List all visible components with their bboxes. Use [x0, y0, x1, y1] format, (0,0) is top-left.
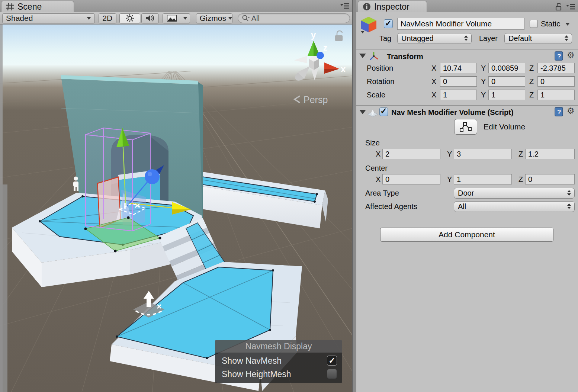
svg-text:?: ?: [557, 53, 561, 60]
layer-value: Default: [508, 34, 532, 42]
tag-value: Untagged: [401, 34, 434, 42]
scene-pane: Scene Shaded 2D: [0, 0, 352, 392]
area-type-dropdown[interactable]: Door: [454, 188, 575, 199]
help-icon[interactable]: ?: [554, 107, 564, 117]
scene-search-input[interactable]: All: [238, 13, 350, 23]
effects-dropdown-arrow[interactable]: [181, 13, 190, 23]
show-navmesh-row: Show NavMesh ✓: [222, 355, 337, 366]
axis-x-label: x: [341, 64, 346, 74]
chevron-down-icon: [228, 17, 232, 20]
sun-icon: [125, 14, 134, 23]
center-row: X 0 Y 1 Z 0: [356, 174, 578, 185]
static-checkbox[interactable]: ✓: [530, 20, 538, 28]
scale-x-field[interactable]: 1: [440, 90, 477, 100]
scene-lighting-button[interactable]: [119, 13, 141, 23]
navmesh-display-title[interactable]: Navmesh Display: [215, 340, 342, 353]
updown-arrows-icon: [464, 35, 468, 41]
rotation-x-field[interactable]: 0: [440, 76, 477, 87]
scene-audio-button[interactable]: [141, 13, 159, 23]
gear-icon[interactable]: ⚙: [567, 107, 575, 115]
rotation-label: Rotation: [367, 76, 395, 87]
scene-search-value: All: [251, 14, 260, 23]
show-heightmesh-label: Show HeightMesh: [222, 369, 291, 379]
tab-inspector-label: Inspector: [374, 2, 410, 12]
center-x-field[interactable]: 0: [382, 174, 440, 184]
modifier-foldout[interactable]: [359, 110, 366, 114]
gameobject-enabled-checkbox[interactable]: ✓: [384, 19, 393, 28]
scene-toolbar: Shaded 2D: [0, 12, 352, 25]
navmesh-display-overlay: Navmesh Display Show NavMesh ✓ Show Heig…: [215, 340, 342, 383]
axis-z-label: z: [323, 43, 327, 52]
show-heightmesh-row: Show HeightMesh ✓: [222, 369, 337, 380]
inspector-tabstrip: Inspector: [356, 0, 578, 12]
scene-effects-button[interactable]: [163, 13, 181, 23]
persp-label[interactable]: Persp: [304, 94, 328, 105]
position-x-field[interactable]: 10.74: [440, 63, 477, 73]
affected-agents-label: Affected Agents: [365, 201, 417, 212]
gizmos-dropdown[interactable]: Gizmos: [196, 13, 232, 23]
modifier-title[interactable]: Nav Mesh Modifier Volume (Script): [391, 108, 514, 117]
show-navmesh-checkbox[interactable]: ✓: [327, 356, 337, 366]
inspector-body: ✓ NavMesh Modifier Volume ✓ Static Tag U…: [356, 12, 578, 392]
gameobject-cube-icon[interactable]: [359, 15, 378, 35]
help-icon[interactable]: ?: [554, 51, 564, 61]
center-y-field[interactable]: 1: [454, 174, 512, 184]
size-label: Size: [365, 138, 380, 148]
tab-inspector[interactable]: Inspector: [358, 1, 427, 12]
center-z-field[interactable]: 0: [525, 174, 575, 184]
speaker-icon: [145, 14, 154, 22]
grid-icon: [6, 3, 14, 11]
show-heightmesh-checkbox[interactable]: ✓: [327, 369, 337, 379]
panel-menu-icon[interactable]: [340, 3, 349, 9]
edit-volume-icon: [459, 122, 472, 132]
gear-icon[interactable]: ⚙: [567, 51, 575, 59]
tab-scene-label: Scene: [17, 2, 42, 12]
rotation-y-field[interactable]: 0: [488, 76, 525, 87]
axis-y-label: y: [311, 30, 316, 40]
lock-icon[interactable]: [555, 3, 562, 11]
transform-rotation-row: Rotation X 0 Y 0 Z 0: [356, 76, 578, 87]
pane-divider[interactable]: [352, 0, 356, 392]
center-label: Center: [365, 163, 388, 173]
static-dropdown-arrow[interactable]: [565, 23, 570, 26]
layer-dropdown[interactable]: Default: [504, 33, 572, 44]
affected-agents-value: All: [458, 202, 466, 211]
affected-agents-dropdown[interactable]: All: [454, 201, 575, 212]
transform-icon: [368, 51, 379, 61]
toggle-2d-label: 2D: [102, 14, 112, 23]
transform-foldout[interactable]: [359, 54, 366, 58]
scale-label: Scale: [367, 90, 385, 100]
edit-volume-button[interactable]: [454, 119, 477, 135]
toggle-2d-button[interactable]: 2D: [99, 13, 116, 23]
scale-z-field[interactable]: 1: [537, 90, 575, 100]
size-z-field[interactable]: 1.2: [525, 149, 575, 159]
inspector-pane: Inspector ✓ NavMesh Modifier Volume ✓ St…: [356, 0, 578, 392]
search-icon: [242, 15, 250, 22]
position-z-field[interactable]: -2.3785: [537, 63, 575, 73]
size-x-field[interactable]: 2: [382, 149, 440, 159]
scene-viewport[interactable]: y z x Persp: [0, 25, 352, 392]
tab-scene[interactable]: Scene: [1, 1, 74, 12]
tag-dropdown[interactable]: Untagged: [397, 33, 472, 44]
shading-mode-dropdown[interactable]: Shaded: [2, 13, 95, 23]
svg-text:?: ?: [557, 109, 561, 116]
static-label: Static: [541, 19, 561, 29]
scale-y-field[interactable]: 1: [488, 90, 525, 100]
tag-label: Tag: [379, 33, 391, 44]
rotation-z-field[interactable]: 0: [537, 76, 575, 87]
add-component-button[interactable]: Add Component: [380, 228, 553, 242]
modifier-enabled-checkbox[interactable]: ✓: [379, 107, 388, 116]
offscreen-object-sliver: [0, 184, 7, 392]
area-type-value: Door: [458, 189, 474, 197]
layer-label: Layer: [479, 33, 498, 44]
scene-tabstrip: Scene: [0, 0, 352, 12]
orientation-z-ball: [317, 52, 324, 59]
size-row: X 2 Y 3 Z 1.2: [356, 149, 578, 160]
transform-title[interactable]: Transform: [387, 52, 423, 61]
shading-mode-label: Shaded: [6, 14, 33, 23]
area-type-label: Area Type: [365, 188, 399, 198]
position-y-field[interactable]: 0.00859: [488, 63, 525, 73]
panel-menu-icon[interactable]: [566, 3, 575, 10]
size-y-field[interactable]: 3: [454, 149, 512, 159]
gameobject-name-field[interactable]: NavMesh Modifier Volume: [397, 18, 524, 30]
